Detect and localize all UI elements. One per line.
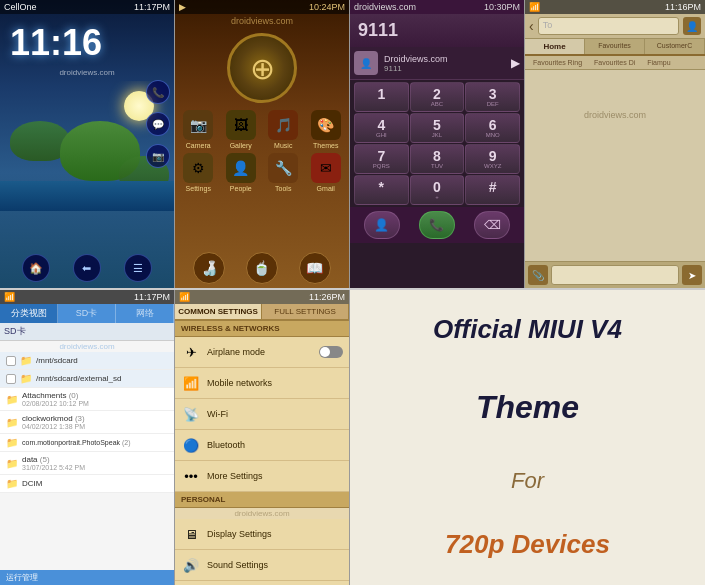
clock-display: 11:16 [0,14,174,64]
app-music[interactable]: 🎵 Music [264,110,303,149]
message-icon[interactable]: 💬 [146,112,170,136]
status-bar-6: 📶 11:26PM [175,290,349,304]
file-name-3: Attachments (0) [22,391,168,400]
to-placeholder: To [543,20,553,30]
file-item-clockwork[interactable]: 📁 clockworkmod (3) 04/02/2012 1:38 PM [0,411,174,434]
folder-icon-6: 📁 [6,458,18,469]
key-9[interactable]: 9WXYZ [465,144,520,174]
airplane-label: Airplane mode [207,347,319,357]
setting-more[interactable]: ••• More Settings [175,461,349,492]
file-item-motionportrait[interactable]: 📁 com.motionportrait.PhotoSpeak (2) [0,434,174,452]
camera-icon[interactable]: 📷 [146,144,170,168]
setting-mobile[interactable]: 📶 Mobile networks [175,368,349,399]
key-0[interactable]: 0+ [410,175,465,205]
bottom-icons-container: 🏠 ⬅ ☰ [0,254,174,282]
contacts-btn[interactable]: 👤 [364,211,400,239]
compose-area: 📎 ➤ [525,261,705,288]
file-item-external[interactable]: 📁 /mnt/sdcard/external_sd [0,370,174,388]
setting-airplane[interactable]: ✈ Airplane mode [175,337,349,368]
mobile-label: Mobile networks [207,378,343,388]
key-3[interactable]: 3DEF [465,82,520,112]
back-button[interactable]: ‹ [529,18,534,34]
key-7[interactable]: 7PQRS [354,144,409,174]
dock-item-2[interactable]: 🍵 [246,252,278,284]
people-app-label: People [230,185,252,192]
watermark-5: droidviews.com [0,341,174,352]
dock-item-3[interactable]: 📖 [299,252,331,284]
nav-tab-favourites[interactable]: Favourites [585,39,645,54]
status-bar-2: ▶ 10:24PM [175,0,349,14]
file-name-6: data (5) [22,455,168,464]
menu-icon[interactable]: ☰ [124,254,152,282]
folder-icon-2: 📁 [20,373,32,384]
setting-bluetooth[interactable]: 🔵 Bluetooth [175,430,349,461]
file-checkbox-2[interactable] [6,374,16,384]
signal-5: 📶 [4,292,15,302]
sub-tab-3[interactable]: Fiampu [643,58,674,67]
dock-item-1[interactable]: 🍶 [193,252,225,284]
app-people[interactable]: 👤 People [222,153,261,192]
contact-row[interactable]: 👤 Droidviews.com 9111 ▶ [350,47,524,80]
key-5[interactable]: 5JKL [410,113,465,143]
home-icon[interactable]: 🏠 [22,254,50,282]
run-manager-label[interactable]: 运行管理 [6,572,38,583]
file-item-data[interactable]: 📁 data (5) 31/07/2012 5:42 PM [0,452,174,475]
section-personal: PERSONAL [175,492,349,508]
key-8[interactable]: 8TUV [410,144,465,174]
setting-statusbar[interactable]: 📊 Status bar Settings [175,581,349,585]
key-4[interactable]: 4GHI [354,113,409,143]
file-tab-category[interactable]: 分类视图 [0,304,58,323]
key-hash[interactable]: # [465,175,520,205]
setting-wifi[interactable]: 📡 Wi-Fi [175,399,349,430]
to-field[interactable]: To [538,17,679,35]
key-2[interactable]: 2ABC [410,82,465,112]
add-contact-button[interactable]: 👤 [683,17,701,35]
send-button[interactable]: ➤ [682,265,702,285]
folder-icon-4: 📁 [6,417,18,428]
file-item-attachments[interactable]: 📁 Attachments (0) 02/08/2012 10:12 PM [0,388,174,411]
file-checkbox[interactable] [6,356,16,366]
more-icon: ••• [181,466,201,486]
sub-tab-2[interactable]: Favourites Di [590,58,639,67]
key-1[interactable]: 1 [354,82,409,112]
file-item-dcim[interactable]: 📁 DCIM [0,475,174,493]
app-tools[interactable]: 🔧 Tools [264,153,303,192]
number-display: 9111 [354,18,520,43]
airplane-toggle[interactable] [319,346,343,358]
nav-tab-home[interactable]: Home [525,39,585,54]
sub-tabs: Favourites Ring Favourites Di Fiampu [525,56,705,70]
music-app-label: Music [274,142,292,149]
attach-button[interactable]: 📎 [528,265,548,285]
app-camera[interactable]: 📷 Camera [179,110,218,149]
call-btn[interactable]: 📞 [419,211,455,239]
file-info-3: Attachments (0) 02/08/2012 10:12 PM [22,391,168,407]
setting-display[interactable]: 🖥 Display Settings [175,519,349,550]
app-gmail[interactable]: ✉ Gmail [307,153,346,192]
backspace-btn[interactable]: ⌫ [474,211,510,239]
folder-icon-5: 📁 [6,437,18,448]
contact-name: Droidviews.com [384,54,511,64]
settings-tab-full[interactable]: FULL SETTINGS [262,304,349,319]
key-star[interactable]: * [354,175,409,205]
message-input[interactable] [551,265,679,285]
dialer-actions: 👤 📞 ⌫ [350,207,524,243]
file-tab-network[interactable]: 网络 [116,304,174,323]
settings-app-icon: ⚙ [183,153,213,183]
key-6[interactable]: 6MNO [465,113,520,143]
settings-tab-common[interactable]: COMMON SETTINGS [175,304,262,319]
phone-icon[interactable]: 📞 [146,80,170,104]
setting-sound[interactable]: 🔊 Sound Settings [175,550,349,581]
promo-text-block: Official MIUI V4 Theme For 720p Devices [433,309,622,565]
nav-tab-customer[interactable]: CustomerC [645,39,705,54]
app-gallery[interactable]: 🖼 Gallery [222,110,261,149]
sub-tab-1[interactable]: Favourites Ring [529,58,586,67]
time-4: 11:16PM [665,2,701,12]
file-item-sdcard[interactable]: 📁 /mnt/sdcard [0,352,174,370]
contact-number: 9111 [384,64,511,73]
file-tab-sd[interactable]: SD卡 [58,304,116,323]
promo-line-for: For [433,463,622,498]
app-settings[interactable]: ⚙ Settings [179,153,218,192]
bluetooth-label: Bluetooth [207,440,343,450]
back-icon[interactable]: ⬅ [73,254,101,282]
app-themes[interactable]: 🎨 Themes [307,110,346,149]
